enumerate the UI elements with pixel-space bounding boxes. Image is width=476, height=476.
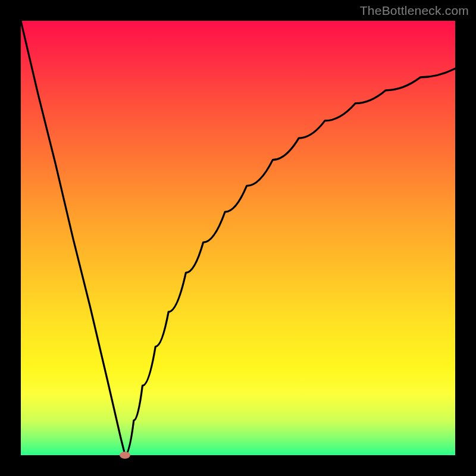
curve-svg [21, 21, 455, 455]
watermark-text: TheBottleneck.com [360, 4, 469, 18]
minimum-marker [120, 452, 130, 459]
curve-path [21, 21, 455, 455]
chart-frame: TheBottleneck.com [0, 0, 476, 476]
plot-area [21, 21, 455, 455]
